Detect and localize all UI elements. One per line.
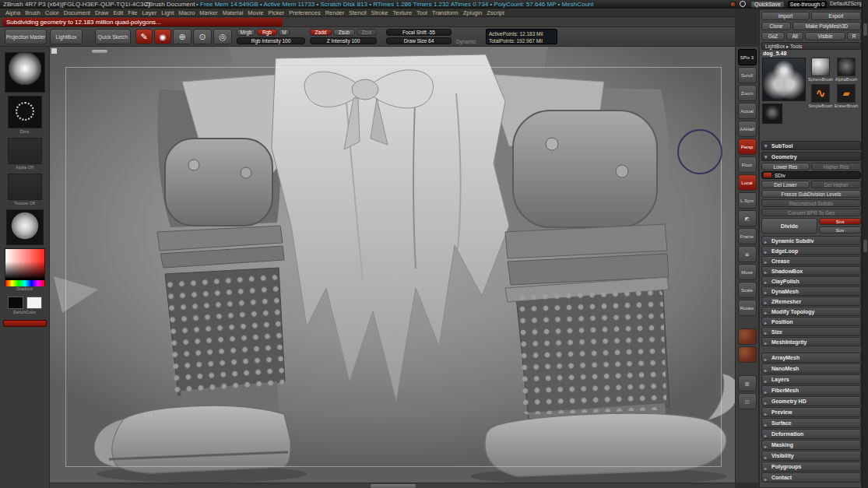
goz-visible-button[interactable]: Visible: [805, 32, 845, 40]
geometry-subsection-header[interactable]: Modify Topology: [761, 307, 861, 316]
subpalette-header[interactable]: Layers: [761, 374, 861, 384]
switch-color-button[interactable]: SwitchColor: [13, 310, 36, 315]
draw-button[interactable]: ◉: [154, 29, 171, 44]
menu-item[interactable]: Movie: [248, 9, 263, 16]
z-intensity-slider[interactable]: Z Intensity 100: [310, 37, 377, 44]
color-picker-field[interactable]: [5, 249, 44, 280]
right-shelf-button[interactable]: [738, 328, 757, 345]
menu-item[interactable]: Marker: [199, 9, 217, 16]
subtool-section-header[interactable]: SubTool: [761, 141, 861, 150]
menu-item[interactable]: Edit: [113, 9, 123, 16]
gradient-button[interactable]: Gradient: [16, 286, 33, 292]
color-picker[interactable]: [5, 248, 45, 286]
menu-item[interactable]: Material: [223, 9, 244, 16]
quick-pick-tool[interactable]: AlphaBrush: [834, 58, 859, 83]
goz-r-button[interactable]: R: [847, 32, 861, 40]
zsub-button[interactable]: Zsub: [333, 29, 355, 36]
recent-tool-thumbnail[interactable]: [762, 104, 782, 124]
quick-pick-tool[interactable]: SimpleBrush: [808, 84, 833, 109]
quick-sketch-button[interactable]: Quick Sketch: [95, 29, 131, 44]
menu-item[interactable]: Preferences: [289, 9, 320, 16]
sdiv-slider[interactable]: SDiv: [761, 171, 861, 179]
menu-item[interactable]: Transform: [432, 9, 459, 16]
menu-item[interactable]: Zplugin: [463, 9, 483, 16]
geometry-section-header[interactable]: Geometry: [761, 152, 861, 161]
smt-toggle[interactable]: Smt: [819, 218, 861, 225]
menu-item[interactable]: Brush: [25, 9, 40, 16]
move-button[interactable]: ⊕: [173, 29, 192, 44]
secondary-color-swatch[interactable]: [26, 297, 42, 309]
geometry-subsection-header[interactable]: Position: [761, 317, 861, 326]
menu-item[interactable]: Stroke: [371, 9, 388, 16]
convert-bpr-button[interactable]: Convert BPR To Geo: [761, 209, 861, 216]
right-shelf-button[interactable]: [738, 346, 757, 363]
zcut-button[interactable]: Zcut: [357, 29, 377, 36]
right-shelf-button[interactable]: Scroll: [738, 67, 757, 83]
rgb-button[interactable]: Rgb: [257, 29, 277, 36]
current-texture-thumbnail[interactable]: [8, 174, 42, 200]
quick-pick-tool[interactable]: SphereBrush: [808, 58, 833, 83]
geometry-subsection-header[interactable]: ClayPolish: [761, 276, 861, 286]
quick-pick-tool[interactable]: EraserBrush: [834, 84, 859, 109]
right-shelf-button[interactable]: Scale: [738, 282, 757, 298]
subpalette-header[interactable]: Surface: [761, 418, 861, 428]
right-shelf-button[interactable]: Actual: [738, 103, 757, 119]
current-material-thumbnail[interactable]: [6, 209, 44, 245]
suv-toggle[interactable]: Suv: [819, 226, 861, 233]
projection-master-button[interactable]: Projection Master: [5, 29, 47, 44]
lower-res-button[interactable]: Lower Res: [761, 163, 810, 170]
subpalette-header[interactable]: Preview: [761, 407, 861, 417]
geometry-subsection-header[interactable]: DynaMesh: [761, 286, 861, 296]
sdiv-slider-handle[interactable]: [764, 173, 771, 177]
clone-button[interactable]: Clone: [761, 22, 791, 30]
rotate-button[interactable]: ◎: [213, 29, 232, 44]
default-zscript-button[interactable]: DefaultZScript: [830, 1, 864, 6]
mrgb-button[interactable]: Mrgb: [237, 29, 255, 36]
goz-all-button[interactable]: All: [786, 32, 803, 40]
subpalette-header[interactable]: Polygroups: [761, 462, 861, 472]
zadd-button[interactable]: Zadd: [310, 29, 332, 36]
menu-item[interactable]: Alpha: [5, 9, 20, 16]
menu-item[interactable]: Color: [45, 9, 59, 16]
current-tool-thumbnail[interactable]: [762, 58, 806, 101]
subpalette-header[interactable]: NanoMesh: [761, 363, 861, 374]
reconstruct-subdiv-button[interactable]: Reconstruct Subdiv: [761, 199, 861, 207]
right-shelf-button[interactable]: Local: [738, 174, 757, 191]
menu-item[interactable]: Macro: [178, 9, 195, 16]
panel-scrollbar-notch[interactable]: [863, 240, 867, 252]
menu-item[interactable]: Draw: [95, 9, 109, 16]
menu-item[interactable]: Texture: [392, 9, 412, 16]
horizontal-scrollbar-handle[interactable]: [371, 484, 416, 488]
panel-scrollbar[interactable]: [862, 0, 868, 488]
subpalette-header[interactable]: Geometry HD: [761, 396, 861, 406]
menu-item[interactable]: Layer: [142, 9, 156, 16]
viewport-canvas[interactable]: [50, 47, 735, 483]
freeze-subdivision-button[interactable]: Freeze SubDivision Levels: [761, 190, 861, 198]
menu-item[interactable]: Tool: [416, 9, 427, 16]
geometry-subsection-header[interactable]: Dynamic Subdiv: [761, 236, 861, 245]
hue-strip[interactable]: [5, 280, 44, 286]
right-shelf-button[interactable]: Frame: [738, 228, 757, 244]
lightbox-tools-bar[interactable]: LightBox ▸ Tools: [761, 42, 861, 50]
geometry-subsection-header[interactable]: EdgeLoop: [761, 246, 861, 255]
make-polymesh3d-button[interactable]: Make PolyMesh3D: [792, 22, 861, 30]
geometry-subsection-header[interactable]: ShadowBox: [761, 266, 861, 276]
lightbox-button[interactable]: LightBox: [50, 29, 83, 44]
focal-shift-slider[interactable]: Focal Shift -55: [386, 29, 452, 36]
panel-scrollbar-notch[interactable]: [863, 23, 867, 36]
subpalette-header[interactable]: Masking: [761, 440, 861, 450]
subpalette-header[interactable]: Visibility: [761, 451, 861, 461]
right-shelf-button[interactable]: Floor: [738, 156, 757, 173]
goz-button[interactable]: GoZ: [761, 32, 785, 40]
see-through-slider[interactable]: See-through 0: [788, 1, 827, 8]
menu-item[interactable]: Zscript: [487, 9, 504, 16]
scale-button[interactable]: ⊙: [193, 29, 212, 44]
main-color-swatch[interactable]: [8, 297, 23, 309]
rgb-intensity-slider[interactable]: Rgb Intensity 100: [237, 37, 305, 44]
canvas-mini-scrollbar[interactable]: [92, 50, 107, 53]
right-shelf-button[interactable]: ⊞: [738, 246, 757, 262]
higher-res-button[interactable]: Higher Res: [811, 163, 861, 170]
menu-item[interactable]: Render: [325, 9, 345, 16]
current-stroke-thumbnail[interactable]: [8, 96, 42, 128]
divide-button[interactable]: Divide: [761, 218, 817, 233]
